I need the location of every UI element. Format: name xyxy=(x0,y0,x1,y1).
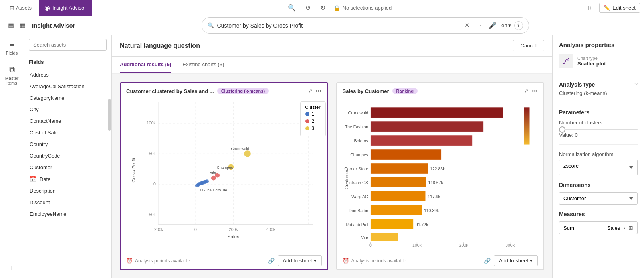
clusters-slider[interactable] xyxy=(559,129,638,130)
svg-text:285.89k: 285.89k xyxy=(505,111,520,115)
calendar-icon: 📅 xyxy=(30,176,36,182)
norm-select[interactable]: zscore xyxy=(559,160,638,175)
field-item-country[interactable]: Country xyxy=(24,138,111,150)
expand-chart-1-btn[interactable]: ⤢ xyxy=(308,88,313,94)
field-item-countrycode[interactable]: CountryCode xyxy=(24,150,111,162)
svg-point-26 xyxy=(205,179,209,183)
top-bar-right: ⊞ ✏️ Edit sheet xyxy=(586,2,640,13)
search-assets-input[interactable] xyxy=(29,39,107,51)
svg-text:110.39k: 110.39k xyxy=(424,209,439,213)
legend-item-1: 1 xyxy=(305,111,321,117)
svg-text:122.83k: 122.83k xyxy=(430,167,445,171)
search-icon: 🔍 xyxy=(208,22,214,28)
mic-btn[interactable]: 🎤 xyxy=(487,20,498,31)
edit-sheet-btn[interactable]: ✏️ Edit sheet xyxy=(599,3,640,13)
clear-search-btn[interactable]: ✕ xyxy=(463,20,471,31)
chart-1-body: 100k 50k 0 -50k -200k 0 200k 400k Sales … xyxy=(121,97,327,252)
legend-item-3: 3 xyxy=(305,126,321,131)
panel-toggle: ▤ ▦ xyxy=(6,20,27,31)
field-item-discount[interactable]: Discount xyxy=(24,197,111,208)
expand-chart-2-btn[interactable]: ⤢ xyxy=(524,88,529,94)
submit-search-btn[interactable]: → xyxy=(474,20,484,31)
tab-insight[interactable]: ◉ Insight Advisor xyxy=(39,0,92,16)
tab-existing-charts[interactable]: Existing charts (3) xyxy=(182,57,224,73)
svg-text:50k: 50k xyxy=(149,151,156,156)
bar-chart-svg: Customer 285.89k Grunewald 243.77k The F… xyxy=(343,97,538,248)
norm-title: Normalization algorithm xyxy=(559,151,638,157)
field-item-categoryname[interactable]: CategoryName xyxy=(24,92,111,104)
info-btn[interactable]: ℹ xyxy=(514,21,523,30)
sidebar-item-master-items[interactable]: ⧉ Master items xyxy=(0,65,24,85)
grid-icon-btn[interactable]: ⊞ xyxy=(586,2,594,13)
fields-panel: Fields Address AverageCallSatisfaction C… xyxy=(24,35,112,278)
chart-1-footer-left: ⏰ Analysis periods available xyxy=(126,258,190,264)
search-input[interactable] xyxy=(217,22,460,29)
measure-expand-btn[interactable]: › xyxy=(623,225,625,231)
right-panel-toggle[interactable]: ▦ xyxy=(18,20,27,31)
svg-text:Grunewald: Grunewald xyxy=(231,146,249,151)
field-item-customer[interactable]: Customer xyxy=(24,162,111,173)
svg-point-30 xyxy=(244,150,250,157)
svg-text:91.72k: 91.72k xyxy=(415,223,428,227)
field-item-description[interactable]: Description xyxy=(24,185,111,197)
link-chart-2-btn[interactable]: 🔗 xyxy=(484,258,491,264)
chart-type-section: Chart type Scatter plot xyxy=(559,54,638,75)
fields-scroll-indicator xyxy=(108,99,111,131)
num-clusters-label: Number of clusters xyxy=(559,120,638,126)
add-to-sheet-1-btn[interactable]: Add to sheet ▾ xyxy=(278,255,322,266)
more-chart-1-btn[interactable]: ••• xyxy=(316,88,322,94)
scatter-legend: Cluster 1 2 3 xyxy=(300,101,326,136)
redo-btn[interactable]: ↻ xyxy=(319,2,327,13)
svg-text:Warp AG: Warp AG xyxy=(351,195,368,199)
sidebar-item-fields[interactable]: ≡ Fields xyxy=(6,40,18,55)
measures-title: Measures xyxy=(559,211,638,217)
field-item-city[interactable]: City xyxy=(24,104,111,115)
analysis-type-help[interactable]: ? xyxy=(634,81,638,88)
svg-text:219.39k: 219.39k xyxy=(474,139,489,143)
svg-text:200k: 200k xyxy=(229,227,238,232)
lang-select[interactable]: en ▾ xyxy=(501,22,511,28)
chevron-down-icon-2: ▾ xyxy=(530,258,533,264)
field-item-avgcall[interactable]: AverageCallSatisfaction xyxy=(24,81,111,92)
svg-text:Customer: Customer xyxy=(343,170,349,190)
svg-point-80 xyxy=(567,59,569,61)
add-panel-btn[interactable]: + xyxy=(8,263,15,273)
svg-text:100k: 100k xyxy=(412,243,422,248)
svg-text:400k: 400k xyxy=(266,227,276,232)
dim-select[interactable]: Customer xyxy=(559,192,638,205)
chart-2-body: Customer 285.89k Grunewald 243.77k The F… xyxy=(337,97,544,252)
field-item-costofsale[interactable]: Cost of Sale xyxy=(24,127,111,138)
left-panel-toggle[interactable]: ▤ xyxy=(6,20,16,31)
scatter-plot-svg: 100k 50k 0 -50k -200k 0 200k 400k Sales … xyxy=(126,97,322,248)
legend-item-2: 2 xyxy=(305,118,321,124)
svg-rect-42 xyxy=(370,135,472,146)
svg-text:Eintrach GS: Eintrach GS xyxy=(345,181,368,185)
tab-additional-results[interactable]: Additional results (6) xyxy=(120,57,171,73)
fields-search-area xyxy=(24,35,111,55)
svg-text:0: 0 xyxy=(369,243,372,248)
chart-2-footer-left: ⏰ Analysis periods available xyxy=(343,258,406,264)
add-to-sheet-2-btn[interactable]: Add to sheet ▾ xyxy=(494,255,538,266)
legend-dot-1 xyxy=(305,112,309,116)
measure-grid-btn[interactable]: ⊞ xyxy=(628,225,633,231)
svg-text:300k: 300k xyxy=(505,243,515,248)
field-item-employeename[interactable]: EmployeeName xyxy=(24,208,111,220)
svg-text:0: 0 xyxy=(153,181,156,186)
chart-type-info: Chart type Scatter plot xyxy=(577,56,606,67)
field-item-address[interactable]: Address xyxy=(24,69,111,81)
undo-btn[interactable]: ↺ xyxy=(304,2,312,13)
chevron-down-icon-1: ▾ xyxy=(314,258,317,264)
top-bar-tabs: ⊞ Assets ◉ Insight Advisor xyxy=(4,0,92,16)
field-item-contactname[interactable]: ContactName xyxy=(24,115,111,127)
search-actions: ✕ → 🎤 en ▾ ℹ xyxy=(463,20,523,31)
svg-text:-200k: -200k xyxy=(153,227,164,232)
more-chart-2-btn[interactable]: ••• xyxy=(532,88,538,94)
svg-text:117.9k: 117.9k xyxy=(428,195,440,199)
cancel-btn[interactable]: Cancel xyxy=(513,40,544,51)
dim-title: Dimensions xyxy=(559,182,638,188)
tab-assets[interactable]: ⊞ Assets xyxy=(4,0,37,16)
scatter-type-icon xyxy=(559,54,573,68)
search-icon-btn[interactable]: 🔍 xyxy=(286,2,297,13)
field-item-date[interactable]: 📅 Date xyxy=(24,173,111,185)
link-chart-1-btn[interactable]: 🔗 xyxy=(268,258,275,264)
